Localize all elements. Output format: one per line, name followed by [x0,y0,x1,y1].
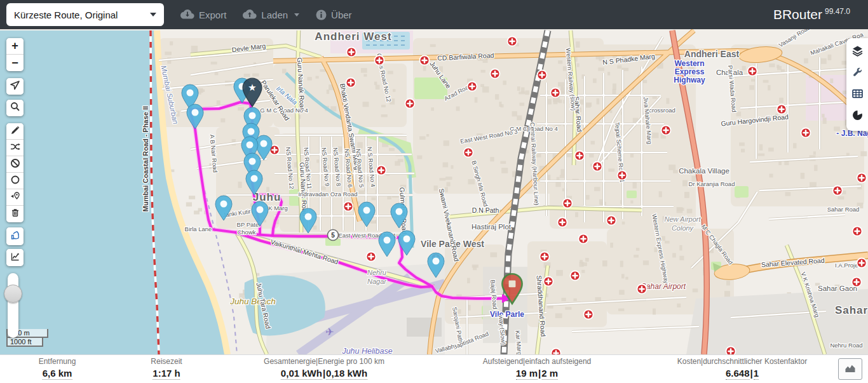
right-sidebar [846,38,868,131]
clinic-poi-icon [857,173,867,183]
nogo-button[interactable] [6,156,24,173]
clinic-poi-icon [347,48,356,57]
clinic-poi-icon [344,202,353,212]
export-button[interactable]: Export [180,10,226,20]
clinic-poi-icon [468,82,477,91]
search-icon [10,102,20,114]
clinic-poi-icon [464,148,473,158]
laden-dropdown-label: Laden [261,10,288,20]
clinic-poi-icon [607,216,616,225]
clinic-poi-icon [579,234,588,244]
clinic-poi-icon [637,285,647,294]
profile-chart-control [6,249,24,266]
map-canvas[interactable]: ✈ Andheri WestAndheri EastChakalaWestern… [0,29,868,354]
cloud-upload-icon [243,10,257,20]
map-label: Andheri West [315,30,391,43]
brand-name: BRouter [773,7,822,22]
line-chart-icon [10,252,20,264]
clinic-poi-icon [833,186,843,196]
circle-icon [10,175,20,187]
map-label: Nehru Road [830,342,862,349]
stat-item: Aufsteigend|einfach aufsteigend19 m|2 m [483,357,592,379]
clinic-poi-icon [377,166,386,175]
ban-icon [10,158,20,171]
clinic-poi-icon [852,278,862,287]
like-control [6,227,24,245]
elevation-profile-button[interactable] [838,358,862,380]
map-label: Sahar Gaon [818,285,857,292]
clinic-poi-icon [593,162,602,171]
map-label: Mumbai Coastal Road - Phase II [142,106,149,212]
map-label: Birla Lane [185,225,212,232]
pencil-icon [10,125,20,138]
slider-thumb[interactable] [4,285,22,303]
apron [407,318,442,337]
pie-chart-icon [852,110,863,123]
search-control [6,100,24,116]
clinic-poi-icon [661,126,671,135]
clinic-poi-icon [575,151,585,161]
map-label: Juhu Helibase [341,347,392,354]
stat-item: Gesamtenergie|Energie pro 100 km0,01 kWh… [264,357,384,379]
road-shield: 5 [328,230,339,241]
clinic-poi-icon [540,252,550,262]
locate-control [6,78,24,95]
layers-button[interactable] [849,44,865,61]
poi-toggle-button[interactable] [6,189,24,206]
data-table-button[interactable] [849,87,865,104]
map-label: Indravadan Oza Road [299,191,358,198]
zoom-in-button[interactable]: + [6,38,24,55]
plane-icon: ✈ [325,326,334,337]
scale-imperial: 1000 ft [6,338,43,347]
laden-dropdown[interactable]: Laden [243,10,299,20]
top-navbar: Kürzeste Route, Original Export Laden Üb… [0,0,868,29]
map-label: D N Path [472,206,499,214]
elevation-chart-button[interactable] [6,249,24,266]
stats-pie-button[interactable] [849,108,865,124]
stat-label: Aufsteigend|einfach aufsteigend [483,357,592,366]
map-label: crossroad [649,107,675,114]
map-label: Andheri East [684,49,740,59]
stat-value: 1:17 h [151,368,182,379]
map-label: Chowk [237,229,255,236]
zoom-control: + − [6,38,24,71]
reroute-shuffle-button[interactable] [6,140,24,156]
ueber-button[interactable]: Über [316,10,352,20]
search-button[interactable] [6,100,24,116]
transparency-slider[interactable] [8,273,18,338]
clinic-poi-icon [508,37,517,46]
settings-button[interactable] [849,65,865,82]
map-svg: ✈ Andheri WestAndheri EastChakalaWestern… [0,29,868,354]
stat-value: 6.648|1 [677,368,808,379]
clinic-poi-icon [777,105,787,114]
zoom-out-button[interactable]: − [6,55,24,71]
delete-button[interactable] [6,206,24,222]
clinic-poi-icon [857,259,867,268]
laden-caret-icon [294,13,299,17]
clinic-poi-icon [551,88,560,98]
clinic-poi-icon [405,99,415,109]
edit-toolbar [6,123,24,222]
status-bar: Entfernung6,6 kmReisezeit1:17 hGesamtene… [0,354,868,383]
profile-select[interactable]: Kürzeste Route, Original [6,3,164,26]
clinic-poi-icon [375,56,384,65]
map-label: BP Patel [237,221,261,228]
locate-icon [10,80,20,93]
upvote-button[interactable] [6,227,24,245]
select-caret-icon [150,13,156,17]
stat-label: Entfernung [39,357,76,366]
circle-nogo-button[interactable] [6,173,24,189]
clinic-poi-icon [563,199,573,208]
app-brand: BRouter99.47.0 [773,7,850,22]
wrench-icon [852,67,863,81]
map-label: Nagar [367,278,387,285]
clinic-poi-icon [420,56,430,65]
map-label: Chakala Village [679,167,729,175]
locate-button[interactable] [6,78,24,95]
stat-item: Reisezeit1:17 h [151,357,182,379]
trash-icon [10,208,20,220]
draw-route-button[interactable] [6,123,24,140]
clinic-poi-icon [726,347,736,355]
clinic-poi-icon [584,310,593,319]
export-button-label: Export [199,10,226,20]
